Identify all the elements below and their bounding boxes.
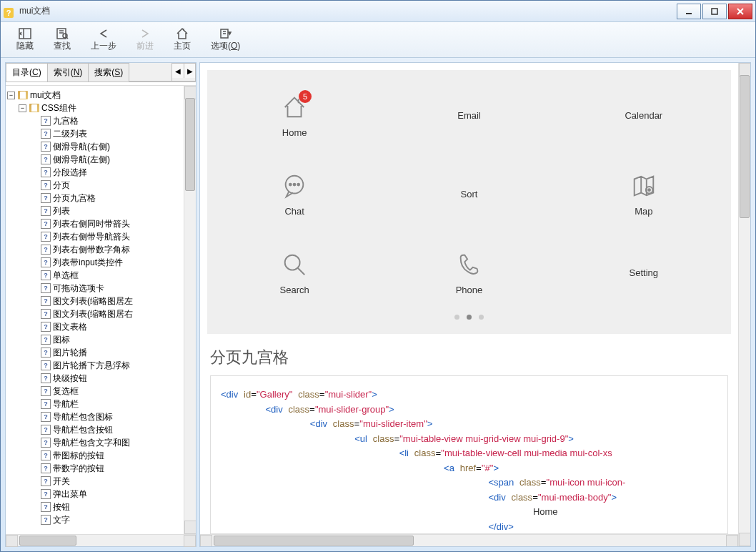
tree-label[interactable]: 可拖动选项卡 xyxy=(53,282,104,295)
tab-scroll-right[interactable]: ▶ xyxy=(184,64,195,78)
tree-item[interactable]: ?导航栏包含图标 xyxy=(7,410,182,423)
tree-label[interactable]: 图片轮播下方悬浮标 xyxy=(53,359,130,372)
tree-item[interactable]: ?二级列表 xyxy=(7,127,182,140)
tab-search[interactable]: 搜索(S) xyxy=(88,63,129,82)
pager-dot[interactable] xyxy=(479,315,484,320)
hide-button[interactable]: 隐藏 xyxy=(6,25,44,54)
grid-cell-chat[interactable]: Chat xyxy=(207,154,382,233)
tree-item[interactable]: ?列表右侧同时带箭头 xyxy=(7,217,182,230)
tree-label[interactable]: 图文表格 xyxy=(53,320,87,333)
tree-label[interactable]: 列表右侧带导航箭头 xyxy=(53,230,130,243)
tree-label[interactable]: 图标 xyxy=(53,333,70,346)
tree-label[interactable]: 导航栏 xyxy=(53,398,79,410)
tree-label[interactable]: 导航栏包含按钮 xyxy=(53,423,113,436)
tree-label[interactable]: 九宫格 xyxy=(53,114,79,127)
tree-item[interactable]: ?弹出菜单 xyxy=(7,488,182,501)
tree-item[interactable]: ?开关 xyxy=(7,475,182,488)
tree-label[interactable]: 按钮 xyxy=(53,501,70,513)
tree-item[interactable]: ?复选框 xyxy=(7,385,182,398)
minimize-button[interactable] xyxy=(677,4,701,19)
find-button[interactable]: 查找 xyxy=(44,25,81,54)
tree-horizontal-scrollbar[interactable] xyxy=(6,534,196,546)
tree-item[interactable]: ?导航栏 xyxy=(7,398,182,410)
tree-label[interactable]: 列表带input类控件 xyxy=(53,256,123,269)
tree-label[interactable]: 块级按钮 xyxy=(53,372,87,385)
grid-cell-calendar[interactable]: Calendar xyxy=(557,76,731,154)
tree-item[interactable]: ?侧滑导航(左侧) xyxy=(7,153,182,166)
grid-cell-phone[interactable]: Phone xyxy=(382,233,556,312)
tree-label[interactable]: 文字 xyxy=(53,513,70,526)
tree-label[interactable]: 侧滑导航(右侧) xyxy=(53,140,110,153)
tree-item[interactable]: ?列表带input类控件 xyxy=(7,256,182,269)
grid-cell-sort[interactable]: Sort xyxy=(382,154,556,233)
tree-item[interactable]: ?文字 xyxy=(7,513,182,526)
tree-item[interactable]: ?侧滑导航(右侧) xyxy=(7,140,182,153)
tree-label[interactable]: 导航栏包含图标 xyxy=(53,410,113,423)
tree-label[interactable]: 列表右侧同时带箭头 xyxy=(53,217,130,230)
pager-dots[interactable] xyxy=(207,315,731,320)
tree-label[interactable]: 分页九宫格 xyxy=(53,192,96,204)
tree-item[interactable]: ?列表 xyxy=(7,204,182,217)
tree-item[interactable]: ?图文列表(缩略图居左 xyxy=(7,295,182,307)
pager-dot[interactable] xyxy=(467,315,472,320)
tab-index[interactable]: 索引(N) xyxy=(47,63,89,82)
content-vertical-scrollbar[interactable] xyxy=(738,63,750,546)
tree-item[interactable]: ?块级按钮 xyxy=(7,372,182,385)
grid-cell-home[interactable]: 5Home xyxy=(207,76,382,154)
tree-item[interactable]: ?九宫格 xyxy=(7,114,182,127)
tree-label[interactable]: 侧滑导航(左侧) xyxy=(53,153,110,166)
tree-toggle[interactable]: − xyxy=(7,92,15,99)
grid-cell-setting[interactable]: Setting xyxy=(557,233,731,312)
tree-item[interactable]: ?导航栏包含按钮 xyxy=(7,423,182,436)
options-button[interactable]: 选项(O) xyxy=(201,25,250,54)
back-button[interactable]: 上一步 xyxy=(81,25,126,54)
tree-item[interactable]: ?可拖动选项卡 xyxy=(7,282,182,295)
tree-item[interactable]: ?列表右侧带数字角标 xyxy=(7,243,182,256)
tree-item[interactable]: ?列表右侧带导航箭头 xyxy=(7,230,182,243)
tree-item[interactable]: ?图片轮播 xyxy=(7,346,182,359)
tree-item[interactable]: ?分页九宫格 xyxy=(7,192,182,204)
tab-scroll-left[interactable]: ◀ xyxy=(172,64,184,78)
tree-label[interactable]: 图文列表(缩略图居左 xyxy=(53,295,133,307)
tree-label[interactable]: CSS组件 xyxy=(41,102,76,114)
tree-item[interactable]: ?图片轮播下方悬浮标 xyxy=(7,359,182,372)
tree-item[interactable]: ?按钮 xyxy=(7,501,182,513)
tree-label[interactable]: 图片轮播 xyxy=(53,346,87,359)
content-horizontal-scrollbar[interactable] xyxy=(200,534,738,546)
tree-label[interactable]: 二级列表 xyxy=(53,127,87,140)
tree-item[interactable]: ?图文表格 xyxy=(7,320,182,333)
tree-label[interactable]: 带数字的按钮 xyxy=(53,462,104,475)
tree-vertical-scrollbar[interactable] xyxy=(184,86,196,534)
grid-cell-email[interactable]: Email xyxy=(382,76,556,154)
tree-item[interactable]: ?单选框 xyxy=(7,269,182,282)
tree-item[interactable]: ?分页 xyxy=(7,179,182,192)
tree-item[interactable]: ?图文列表(缩略图居右 xyxy=(7,307,182,320)
tab-contents[interactable]: 目录(C) xyxy=(6,63,48,82)
tree-item[interactable]: ?分段选择 xyxy=(7,166,182,179)
tree-root[interactable]: −mui文档 xyxy=(7,89,182,102)
grid-cell-map[interactable]: Map xyxy=(557,154,731,233)
home-button[interactable]: 主页 xyxy=(164,25,201,54)
tree-item[interactable]: ?导航栏包含文字和图 xyxy=(7,436,182,449)
grid-cell-search[interactable]: Search xyxy=(207,233,382,312)
tree-label[interactable]: 开关 xyxy=(53,475,70,488)
tree-label[interactable]: 复选框 xyxy=(53,385,79,398)
tree-label[interactable]: 导航栏包含文字和图 xyxy=(53,436,130,449)
contents-tree[interactable]: −mui文档−CSS组件?九宫格?二级列表?侧滑导航(右侧)?侧滑导航(左侧)?… xyxy=(6,86,184,534)
tree-label[interactable]: 图文列表(缩略图居右 xyxy=(53,307,133,320)
tree-item[interactable]: ?带数字的按钮 xyxy=(7,462,182,475)
tree-label[interactable]: 列表右侧带数字角标 xyxy=(53,243,130,256)
tree-label[interactable]: 分段选择 xyxy=(53,166,87,179)
close-button[interactable] xyxy=(728,4,752,19)
tree-group-css[interactable]: −CSS组件 xyxy=(7,102,182,114)
tree-label[interactable]: 分页 xyxy=(53,179,70,192)
tree-label[interactable]: mui文档 xyxy=(30,89,61,102)
tree-label[interactable]: 单选框 xyxy=(53,269,79,282)
tree-toggle[interactable]: − xyxy=(19,104,26,112)
pager-dot[interactable] xyxy=(454,315,459,320)
tree-item[interactable]: ?图标 xyxy=(7,333,182,346)
tree-label[interactable]: 带图标的按钮 xyxy=(53,449,104,462)
tree-label[interactable]: 列表 xyxy=(53,204,70,217)
tree-item[interactable]: ?带图标的按钮 xyxy=(7,449,182,462)
maximize-button[interactable] xyxy=(702,4,727,19)
